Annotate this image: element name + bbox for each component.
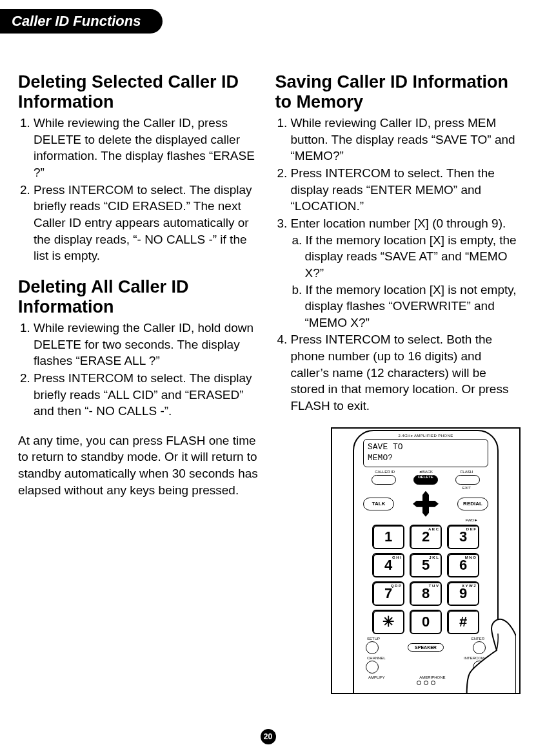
sub-item-b: b. If the memory location [X] is not emp… <box>291 282 521 331</box>
label-channel: CHANNEL <box>367 656 386 660</box>
list-item: While reviewing Caller ID, press MEM but… <box>291 115 521 164</box>
screen-line1: SAVE TO <box>368 442 484 453</box>
redial-button: REDIAL <box>457 498 488 510</box>
label-brand: AMERIPHONE <box>419 675 445 679</box>
delete-button: DELETE <box>413 475 438 485</box>
list-item-text: Enter location number [X] (0 through 9). <box>291 217 506 230</box>
heading-delete-selected: Deleting Selected Caller ID Information <box>18 72 264 112</box>
key-0: 0 <box>410 610 442 634</box>
list-item: Press INTERCOM to select. The display br… <box>34 370 264 420</box>
flash-button <box>455 475 480 485</box>
label-amplify: AMPLIFY <box>368 675 385 679</box>
key-3: 3D E F <box>447 525 479 549</box>
screen-line2: MEMO? <box>368 453 484 464</box>
talk-button: TALK <box>363 498 394 510</box>
key-6: 6M N O <box>447 553 479 577</box>
label-fwd: FWD► <box>465 518 478 522</box>
right-column: Saving Caller ID Information to Memory W… <box>275 72 521 694</box>
heading-save-memory: Saving Caller ID Information to Memory <box>275 72 521 112</box>
label-callerid: CALLER ID <box>364 470 405 474</box>
list-delete-all: While reviewing the Caller ID, hold down… <box>18 320 264 420</box>
delete-button-label: DELETE <box>414 475 437 479</box>
dpad-icon <box>413 491 439 517</box>
list-item: Press INTERCOM to select. Both the phone… <box>291 331 521 414</box>
fn-labels-top: CALLER ID ◄BACK FLASH <box>364 470 487 474</box>
speaker-button: SPEAKER <box>408 643 444 652</box>
key-4: 4G H I <box>372 553 404 577</box>
list-item: Press INTERCOM to select. The display br… <box>34 182 264 264</box>
section-tab: Caller ID Functions <box>0 9 163 34</box>
indicator-dots <box>417 681 435 685</box>
list-item: Press INTERCOM to select. Then the displ… <box>291 165 521 215</box>
key-7: 7Q R P <box>372 581 404 606</box>
key-9: 9X Y W Z <box>447 581 479 606</box>
list-save-memory: While reviewing Caller ID, press MEM but… <box>275 115 521 414</box>
key-star: ✳ <box>372 610 404 634</box>
setup-button <box>366 641 379 654</box>
phone-screen: SAVE TO MEMO? <box>363 439 488 467</box>
label-flash: FLASH <box>446 470 487 474</box>
key-8: 8T U V <box>410 581 442 606</box>
fwd-label-row: FWD► <box>364 518 487 522</box>
key-2: 2A B C <box>410 525 442 549</box>
phone-illustration: 2.4GHz AMPLIFIED PHONE SAVE TO MEMO? CAL… <box>331 427 521 694</box>
phone-model-label: 2.4GHz AMPLIFIED PHONE <box>354 434 497 438</box>
list-delete-selected: While reviewing the Caller ID, press DEL… <box>18 115 264 264</box>
page-number-badge: 20 <box>261 729 276 744</box>
callerid-button <box>372 475 396 485</box>
sub-item-a: a. If the memory location [X] is empty, … <box>291 232 521 282</box>
exit-label-row: EXIT <box>364 486 487 490</box>
paragraph-flash-note: At any time, you can press FLASH one tim… <box>18 432 264 499</box>
key-1: 1 <box>372 525 404 549</box>
key-5: 5J K L <box>410 553 442 577</box>
list-item: While reviewing the Caller ID, press DEL… <box>34 115 264 181</box>
label-exit: EXIT <box>446 486 487 490</box>
list-item: Enter location number [X] (0 through 9).… <box>291 215 521 331</box>
left-column: Deleting Selected Caller ID Information … <box>18 72 264 694</box>
hand-thumb-icon <box>461 610 516 694</box>
list-item: While reviewing the Caller ID, hold down… <box>34 320 264 369</box>
heading-delete-all: Deleting All Caller ID Information <box>18 277 264 317</box>
channel-button <box>366 661 379 674</box>
label-setup: SETUP <box>367 637 380 641</box>
label-back: ◄BACK <box>405 470 446 474</box>
